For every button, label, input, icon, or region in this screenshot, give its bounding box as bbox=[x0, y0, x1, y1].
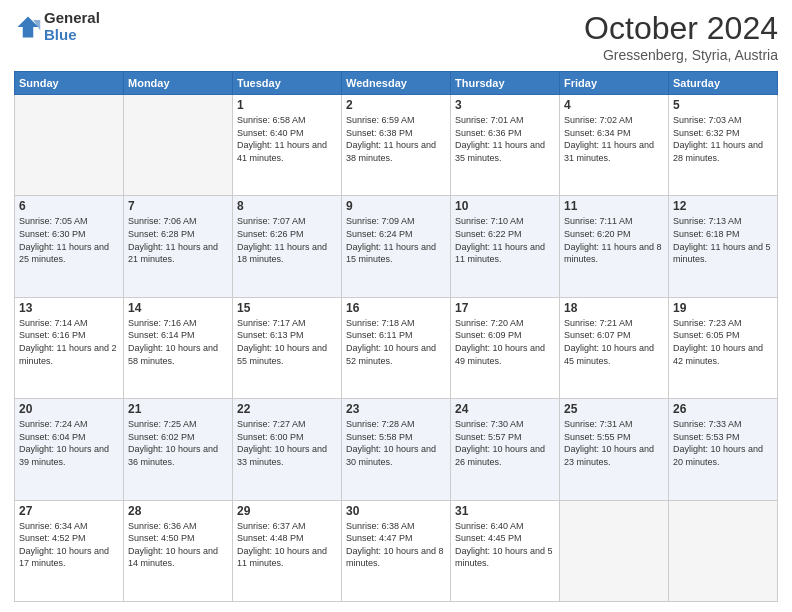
cell-details: Sunrise: 7:33 AMSunset: 5:53 PMDaylight:… bbox=[673, 418, 773, 468]
day-number: 5 bbox=[673, 98, 773, 112]
day-number: 7 bbox=[128, 199, 228, 213]
cell-details: Sunrise: 6:59 AMSunset: 6:38 PMDaylight:… bbox=[346, 114, 446, 164]
calendar-cell: 23Sunrise: 7:28 AMSunset: 5:58 PMDayligh… bbox=[342, 399, 451, 500]
calendar-cell: 13Sunrise: 7:14 AMSunset: 6:16 PMDayligh… bbox=[15, 297, 124, 398]
calendar-week-row: 13Sunrise: 7:14 AMSunset: 6:16 PMDayligh… bbox=[15, 297, 778, 398]
day-number: 31 bbox=[455, 504, 555, 518]
weekday-header: Saturday bbox=[669, 72, 778, 95]
day-number: 21 bbox=[128, 402, 228, 416]
cell-details: Sunrise: 7:17 AMSunset: 6:13 PMDaylight:… bbox=[237, 317, 337, 367]
calendar-cell bbox=[15, 95, 124, 196]
calendar-cell bbox=[669, 500, 778, 601]
cell-details: Sunrise: 6:36 AMSunset: 4:50 PMDaylight:… bbox=[128, 520, 228, 570]
cell-details: Sunrise: 7:07 AMSunset: 6:26 PMDaylight:… bbox=[237, 215, 337, 265]
calendar-cell: 25Sunrise: 7:31 AMSunset: 5:55 PMDayligh… bbox=[560, 399, 669, 500]
logo-icon bbox=[14, 13, 42, 41]
cell-details: Sunrise: 7:09 AMSunset: 6:24 PMDaylight:… bbox=[346, 215, 446, 265]
title-block: October 2024 Gressenberg, Styria, Austri… bbox=[584, 10, 778, 63]
logo-general-text: General bbox=[44, 10, 100, 27]
calendar-header-row: SundayMondayTuesdayWednesdayThursdayFrid… bbox=[15, 72, 778, 95]
calendar-cell: 6Sunrise: 7:05 AMSunset: 6:30 PMDaylight… bbox=[15, 196, 124, 297]
cell-details: Sunrise: 7:24 AMSunset: 6:04 PMDaylight:… bbox=[19, 418, 119, 468]
calendar-cell: 29Sunrise: 6:37 AMSunset: 4:48 PMDayligh… bbox=[233, 500, 342, 601]
calendar-cell bbox=[124, 95, 233, 196]
cell-details: Sunrise: 7:01 AMSunset: 6:36 PMDaylight:… bbox=[455, 114, 555, 164]
calendar-cell: 10Sunrise: 7:10 AMSunset: 6:22 PMDayligh… bbox=[451, 196, 560, 297]
cell-details: Sunrise: 6:34 AMSunset: 4:52 PMDaylight:… bbox=[19, 520, 119, 570]
day-number: 29 bbox=[237, 504, 337, 518]
calendar-cell: 27Sunrise: 6:34 AMSunset: 4:52 PMDayligh… bbox=[15, 500, 124, 601]
calendar-cell: 14Sunrise: 7:16 AMSunset: 6:14 PMDayligh… bbox=[124, 297, 233, 398]
svg-marker-0 bbox=[18, 16, 39, 37]
day-number: 3 bbox=[455, 98, 555, 112]
day-number: 26 bbox=[673, 402, 773, 416]
day-number: 23 bbox=[346, 402, 446, 416]
day-number: 19 bbox=[673, 301, 773, 315]
calendar-cell: 22Sunrise: 7:27 AMSunset: 6:00 PMDayligh… bbox=[233, 399, 342, 500]
day-number: 4 bbox=[564, 98, 664, 112]
cell-details: Sunrise: 7:20 AMSunset: 6:09 PMDaylight:… bbox=[455, 317, 555, 367]
calendar-cell: 16Sunrise: 7:18 AMSunset: 6:11 PMDayligh… bbox=[342, 297, 451, 398]
day-number: 2 bbox=[346, 98, 446, 112]
weekday-header: Friday bbox=[560, 72, 669, 95]
day-number: 12 bbox=[673, 199, 773, 213]
cell-details: Sunrise: 7:06 AMSunset: 6:28 PMDaylight:… bbox=[128, 215, 228, 265]
calendar-week-row: 27Sunrise: 6:34 AMSunset: 4:52 PMDayligh… bbox=[15, 500, 778, 601]
calendar-cell: 7Sunrise: 7:06 AMSunset: 6:28 PMDaylight… bbox=[124, 196, 233, 297]
location: Gressenberg, Styria, Austria bbox=[584, 47, 778, 63]
cell-details: Sunrise: 7:30 AMSunset: 5:57 PMDaylight:… bbox=[455, 418, 555, 468]
day-number: 9 bbox=[346, 199, 446, 213]
calendar-cell: 24Sunrise: 7:30 AMSunset: 5:57 PMDayligh… bbox=[451, 399, 560, 500]
day-number: 20 bbox=[19, 402, 119, 416]
cell-details: Sunrise: 7:03 AMSunset: 6:32 PMDaylight:… bbox=[673, 114, 773, 164]
calendar-cell: 17Sunrise: 7:20 AMSunset: 6:09 PMDayligh… bbox=[451, 297, 560, 398]
day-number: 14 bbox=[128, 301, 228, 315]
cell-details: Sunrise: 6:40 AMSunset: 4:45 PMDaylight:… bbox=[455, 520, 555, 570]
calendar-cell: 4Sunrise: 7:02 AMSunset: 6:34 PMDaylight… bbox=[560, 95, 669, 196]
day-number: 25 bbox=[564, 402, 664, 416]
calendar-cell: 19Sunrise: 7:23 AMSunset: 6:05 PMDayligh… bbox=[669, 297, 778, 398]
calendar-cell: 3Sunrise: 7:01 AMSunset: 6:36 PMDaylight… bbox=[451, 95, 560, 196]
day-number: 22 bbox=[237, 402, 337, 416]
cell-details: Sunrise: 7:27 AMSunset: 6:00 PMDaylight:… bbox=[237, 418, 337, 468]
day-number: 24 bbox=[455, 402, 555, 416]
cell-details: Sunrise: 7:10 AMSunset: 6:22 PMDaylight:… bbox=[455, 215, 555, 265]
calendar-cell: 30Sunrise: 6:38 AMSunset: 4:47 PMDayligh… bbox=[342, 500, 451, 601]
cell-details: Sunrise: 7:25 AMSunset: 6:02 PMDaylight:… bbox=[128, 418, 228, 468]
day-number: 8 bbox=[237, 199, 337, 213]
day-number: 10 bbox=[455, 199, 555, 213]
cell-details: Sunrise: 7:11 AMSunset: 6:20 PMDaylight:… bbox=[564, 215, 664, 265]
cell-details: Sunrise: 6:37 AMSunset: 4:48 PMDaylight:… bbox=[237, 520, 337, 570]
day-number: 16 bbox=[346, 301, 446, 315]
cell-details: Sunrise: 7:23 AMSunset: 6:05 PMDaylight:… bbox=[673, 317, 773, 367]
day-number: 6 bbox=[19, 199, 119, 213]
calendar-cell: 11Sunrise: 7:11 AMSunset: 6:20 PMDayligh… bbox=[560, 196, 669, 297]
weekday-header: Monday bbox=[124, 72, 233, 95]
calendar-cell: 9Sunrise: 7:09 AMSunset: 6:24 PMDaylight… bbox=[342, 196, 451, 297]
calendar-cell: 18Sunrise: 7:21 AMSunset: 6:07 PMDayligh… bbox=[560, 297, 669, 398]
calendar-cell: 28Sunrise: 6:36 AMSunset: 4:50 PMDayligh… bbox=[124, 500, 233, 601]
page: General Blue October 2024 Gressenberg, S… bbox=[0, 0, 792, 612]
logo-text: General Blue bbox=[44, 10, 100, 43]
cell-details: Sunrise: 7:28 AMSunset: 5:58 PMDaylight:… bbox=[346, 418, 446, 468]
cell-details: Sunrise: 7:05 AMSunset: 6:30 PMDaylight:… bbox=[19, 215, 119, 265]
weekday-header: Thursday bbox=[451, 72, 560, 95]
calendar-cell: 8Sunrise: 7:07 AMSunset: 6:26 PMDaylight… bbox=[233, 196, 342, 297]
cell-details: Sunrise: 6:58 AMSunset: 6:40 PMDaylight:… bbox=[237, 114, 337, 164]
calendar-cell: 1Sunrise: 6:58 AMSunset: 6:40 PMDaylight… bbox=[233, 95, 342, 196]
calendar-week-row: 1Sunrise: 6:58 AMSunset: 6:40 PMDaylight… bbox=[15, 95, 778, 196]
cell-details: Sunrise: 7:21 AMSunset: 6:07 PMDaylight:… bbox=[564, 317, 664, 367]
calendar-cell: 2Sunrise: 6:59 AMSunset: 6:38 PMDaylight… bbox=[342, 95, 451, 196]
calendar-table: SundayMondayTuesdayWednesdayThursdayFrid… bbox=[14, 71, 778, 602]
calendar-cell: 26Sunrise: 7:33 AMSunset: 5:53 PMDayligh… bbox=[669, 399, 778, 500]
day-number: 1 bbox=[237, 98, 337, 112]
day-number: 11 bbox=[564, 199, 664, 213]
calendar-cell: 20Sunrise: 7:24 AMSunset: 6:04 PMDayligh… bbox=[15, 399, 124, 500]
calendar-cell bbox=[560, 500, 669, 601]
cell-details: Sunrise: 7:02 AMSunset: 6:34 PMDaylight:… bbox=[564, 114, 664, 164]
calendar-cell: 31Sunrise: 6:40 AMSunset: 4:45 PMDayligh… bbox=[451, 500, 560, 601]
day-number: 30 bbox=[346, 504, 446, 518]
logo: General Blue bbox=[14, 10, 100, 43]
cell-details: Sunrise: 7:16 AMSunset: 6:14 PMDaylight:… bbox=[128, 317, 228, 367]
cell-details: Sunrise: 7:14 AMSunset: 6:16 PMDaylight:… bbox=[19, 317, 119, 367]
